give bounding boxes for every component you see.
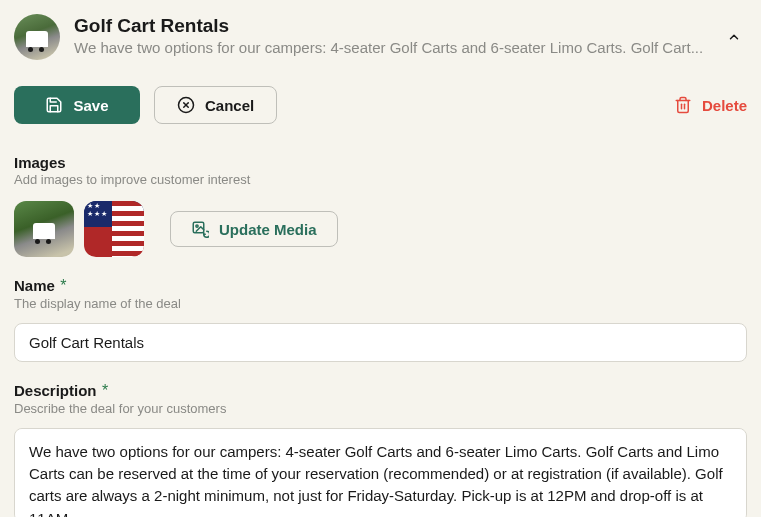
collapse-button[interactable] — [725, 28, 743, 46]
close-circle-icon — [177, 96, 195, 114]
images-section: Images Add images to improve customer in… — [14, 154, 747, 257]
cancel-button[interactable]: Cancel — [154, 86, 277, 124]
image-thumbnail[interactable] — [14, 201, 74, 257]
trash-icon — [674, 96, 692, 114]
description-section: Description * Describe the deal for your… — [14, 382, 747, 517]
chevron-up-icon — [727, 30, 741, 44]
deal-header: Golf Cart Rentals We have two options fo… — [14, 14, 747, 60]
description-label: Description — [14, 382, 97, 399]
update-media-label: Update Media — [219, 221, 317, 238]
deal-title: Golf Cart Rentals — [74, 14, 747, 38]
description-hint: Describe the deal for your customers — [14, 401, 747, 416]
delete-button[interactable]: Delete — [674, 96, 747, 114]
name-hint: The display name of the deal — [14, 296, 747, 311]
action-row: Save Cancel Delete — [14, 86, 747, 124]
save-icon — [45, 96, 63, 114]
image-refresh-icon — [191, 220, 209, 238]
images-row: Update Media — [14, 201, 747, 257]
delete-label: Delete — [702, 97, 747, 114]
update-media-button[interactable]: Update Media — [170, 211, 338, 247]
deal-avatar — [14, 14, 60, 60]
image-thumbnail[interactable] — [84, 201, 144, 257]
save-button[interactable]: Save — [14, 86, 140, 124]
required-indicator: * — [56, 277, 67, 294]
save-label: Save — [73, 97, 108, 114]
deal-short-description: We have two options for our campers: 4-s… — [74, 39, 747, 56]
deal-header-text: Golf Cart Rentals We have two options fo… — [74, 14, 747, 56]
name-section: Name * The display name of the deal — [14, 277, 747, 362]
required-indicator: * — [98, 382, 109, 399]
images-label: Images — [14, 154, 747, 171]
cancel-label: Cancel — [205, 97, 254, 114]
description-textarea[interactable] — [14, 428, 747, 517]
name-input[interactable] — [14, 323, 747, 362]
name-label: Name — [14, 277, 55, 294]
images-hint: Add images to improve customer interest — [14, 172, 747, 187]
svg-point-6 — [196, 225, 198, 227]
